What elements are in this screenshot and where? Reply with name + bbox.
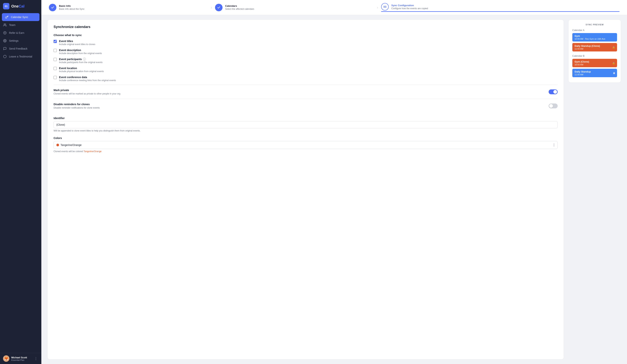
checkbox-event-participants-label[interactable]: Event participants	[59, 58, 82, 61]
send-feedback-icon	[3, 47, 7, 50]
checkbox-event-titles-desc: Include original event titles to clones	[59, 43, 95, 46]
settings-icon	[3, 39, 7, 43]
main: Basic Info Basic info about the Sync › C…	[41, 0, 627, 364]
disable-reminders-text: Disable reminders for clones Disable rem…	[53, 103, 100, 109]
step-basic-info: Basic Info Basic info about the Sync	[49, 4, 208, 11]
logo-name-pre: One	[11, 4, 19, 8]
checkbox-event-titles[interactable]	[53, 40, 57, 43]
identifier-label: Identifier	[53, 117, 558, 120]
disable-reminders-toggle[interactable]	[549, 103, 558, 108]
step-calendars: Calendars Select the affected calendars	[215, 4, 374, 11]
step-sync-configuration-text: Sync Configuration Configure how the eve…	[391, 4, 428, 10]
stepper: Basic Info Basic info about the Sync › C…	[41, 0, 627, 15]
mark-private-toggle[interactable]	[549, 90, 558, 94]
checkbox-event-conference-data[interactable]	[53, 76, 57, 79]
step-sync-configuration: 03 Sync Configuration Configure how the …	[381, 3, 620, 12]
sidebar-footer: 🦊 Michael Scott Essential Plan ⋮	[0, 353, 41, 364]
preview-event-standup-a: Daily Standup (Clone) 11:00 AM 🔒	[572, 43, 617, 51]
preview-event-gym-a-time: 10:00 AM · Flex Gym on 16th Ave	[575, 38, 615, 40]
disable-reminders-row: Disable reminders for clones Disable rem…	[53, 99, 558, 113]
step-sync-configuration-subtitle: Configure how the events are copied	[391, 7, 428, 10]
checkbox-event-participants[interactable]	[53, 58, 57, 61]
colors-selected-label: Tangerine/Orange	[60, 143, 82, 146]
logo-box: 01	[3, 3, 9, 9]
logo-name-post: Cal	[19, 4, 24, 8]
sidebar-item-send-feedback-label: Send Feedback	[9, 47, 27, 50]
checkbox-event-conference-label[interactable]: Event conference data	[59, 76, 116, 79]
section-title: Choose what to sync	[53, 33, 558, 37]
refer-earn-icon	[3, 31, 7, 35]
card-title: Synchronize calendars	[53, 25, 558, 29]
checkbox-event-titles-label[interactable]: Event titles	[59, 40, 95, 43]
preview-event-standup-a-title: Daily Standup (Clone)	[575, 45, 615, 47]
preview-event-gym-b-title: Gym (Clone)	[575, 60, 615, 63]
sidebar-item-leave-testimonial[interactable]: Leave a Testimonial	[0, 53, 41, 60]
sidebar-nav: Calendar Sync Team Refer & Earn Settings	[0, 12, 41, 353]
logo-name: OneCal	[11, 4, 24, 8]
sidebar-item-team-label: Team	[9, 23, 15, 27]
colors-option-inner: Tangerine/Orange	[56, 143, 82, 146]
preview-event-standup-b: Daily Standup 11:00 AM 🖥	[572, 69, 617, 77]
sidebar-item-settings[interactable]: Settings	[0, 37, 41, 45]
sidebar-item-leave-testimonial-label: Leave a Testimonial	[9, 55, 32, 58]
choose-what-to-sync-section: Choose what to sync Event titles Include…	[53, 33, 558, 82]
mark-private-title: Mark private	[53, 89, 120, 92]
user-name: Michael Scott	[11, 356, 27, 359]
preview-calendar-b-section: Calendar B Gym (Clone) 10:00 AM 🔒 Daily …	[572, 54, 617, 77]
disable-reminders-title: Disable reminders for clones	[53, 103, 100, 106]
mark-private-thumb	[553, 90, 557, 94]
colors-select[interactable]: Tangerine/Orange ▲ ▼	[53, 141, 558, 149]
sidebar: 01 OneCal Calendar Sync Team Refer & Ear…	[0, 0, 41, 364]
sidebar-item-send-feedback[interactable]: Send Feedback	[0, 45, 41, 53]
disable-reminders-desc: Disable reminder notifications for clone…	[53, 106, 100, 109]
checkbox-event-participants-desc: Include participants from the original e…	[59, 61, 103, 64]
checkbox-event-location[interactable]	[53, 67, 57, 70]
main-card: Synchronize calendars Choose what to syn…	[47, 20, 564, 360]
step-sync-configuration-icon: 03	[381, 3, 389, 10]
checkbox-event-participants-text: Event participants i Include participant…	[59, 58, 103, 64]
mark-private-desc: Cloned events will be marked as private …	[53, 92, 120, 95]
checkbox-event-description[interactable]	[53, 49, 57, 52]
user-plan: Essential Plan	[11, 359, 27, 361]
checkbox-event-titles-text: Event titles Include original event titl…	[59, 40, 95, 46]
step-basic-info-text: Basic Info Basic info about the Sync	[59, 4, 84, 10]
checkbox-event-location-label[interactable]: Event location	[59, 67, 104, 70]
step-sync-configuration-title: Sync Configuration	[391, 4, 428, 7]
step-calendars-text: Calendars Select the affected calendars	[225, 4, 254, 10]
checkbox-event-location-text: Event location Include physical location…	[59, 67, 104, 73]
checkbox-item-event-participants: Event participants i Include participant…	[53, 58, 558, 64]
step-calendars-subtitle: Select the affected calendars	[225, 8, 254, 10]
checkbox-event-description-label[interactable]: Event description	[59, 49, 102, 52]
checkbox-event-description-desc: Include description from the original ev…	[59, 52, 102, 55]
sidebar-item-refer-earn[interactable]: Refer & Earn	[0, 29, 41, 37]
mark-private-track	[549, 90, 558, 94]
sync-preview: SYNC PREVIEW Calendar A Gym 10:00 AM · F…	[568, 20, 621, 83]
checkbox-item-event-location: Event location Include physical location…	[53, 67, 558, 73]
event-participants-info-icon[interactable]: i	[83, 58, 86, 61]
colors-hint-link[interactable]: Tangerine/Orange	[83, 150, 102, 153]
preview-event-standup-b-title: Daily Standup	[575, 70, 615, 73]
checkbox-item-event-conference-data: Event conference data Include conference…	[53, 76, 558, 82]
preview-calendar-a-label: Calendar A	[572, 29, 617, 32]
disable-reminders-track	[549, 103, 558, 108]
user-menu-button[interactable]: ⋮	[33, 356, 38, 361]
calendar-sync-icon	[5, 15, 9, 19]
monitor-icon-standup-b: 🖥	[613, 72, 615, 74]
checkbox-item-event-titles: Event titles Include original event titl…	[53, 40, 558, 46]
sidebar-item-calendar-sync[interactable]: Calendar Sync	[2, 13, 40, 21]
sidebar-item-team[interactable]: Team	[0, 21, 41, 29]
step-separator-1: ›	[211, 5, 212, 10]
mark-private-row: Mark private Cloned events will be marke…	[53, 85, 558, 99]
step-basic-info-subtitle: Basic info about the Sync	[59, 8, 84, 10]
sidebar-item-settings-label: Settings	[9, 39, 19, 42]
logo-area: 01 OneCal	[0, 0, 41, 12]
lock-icon-gym-b: 🔒	[612, 62, 615, 64]
checkbox-event-description-text: Event description Include description fr…	[59, 49, 102, 55]
colors-hint-pre: Cloned events will be colored	[53, 150, 83, 153]
svg-point-5	[3, 55, 6, 58]
identifier-input[interactable]	[53, 121, 558, 128]
checkbox-event-conference-text: Event conference data Include conference…	[59, 76, 116, 82]
colors-section: Colors Tangerine/Orange ▲ ▼ Cloned event…	[53, 136, 558, 153]
logo-number: 01	[5, 5, 8, 8]
leave-testimonial-icon	[3, 55, 7, 58]
